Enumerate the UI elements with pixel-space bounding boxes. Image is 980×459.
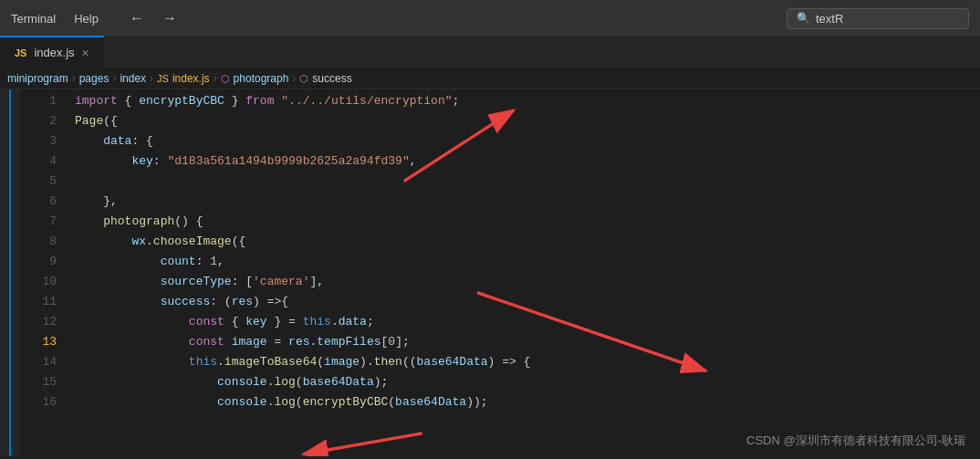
code-line-3: data: {: [66, 131, 980, 151]
tab-label: index.js: [34, 46, 74, 59]
js-icon: JS: [15, 47, 26, 58]
left-sidebar: [0, 89, 20, 456]
search-input[interactable]: [816, 12, 953, 26]
line-numbers: 1 2 3 4 5 6 7 8 9 10 11 12 13 14 15 16: [20, 89, 66, 456]
menu-bar: Terminal Help: [11, 12, 99, 26]
code-line-12: const { key } = this.data;: [66, 312, 980, 332]
ln-13: 13: [20, 332, 57, 352]
ln-1: 1: [20, 91, 57, 111]
ln-9: 9: [20, 252, 57, 272]
ln-3: 3: [20, 131, 57, 151]
ln-10: 10: [20, 272, 57, 292]
breadcrumb-pages[interactable]: pages: [79, 72, 109, 85]
code-line-6: },: [66, 192, 980, 212]
code-container: 1 2 3 4 5 6 7 8 9 10 11 12 13 14 15 16 i…: [20, 89, 980, 456]
forward-button[interactable]: →: [157, 8, 182, 28]
ln-2: 2: [20, 111, 57, 131]
code-line-15: console.log(base64Data);: [66, 372, 980, 392]
tab-close-button[interactable]: ×: [82, 46, 89, 60]
code-line-7: photograph() {: [66, 212, 980, 232]
activity-bar-indicator: [9, 89, 11, 456]
svg-line-5: [304, 433, 422, 454]
code-line-16: console.log(encryptByCBC(base64Data));: [66, 392, 980, 412]
ln-16: 16: [20, 392, 57, 412]
back-button[interactable]: ←: [124, 8, 150, 28]
search-icon: 🔍: [797, 12, 810, 26]
ln-12: 12: [20, 312, 57, 332]
breadcrumb-js-icon: JS: [157, 73, 169, 84]
code-content: import { encryptByCBC } from "../../util…: [66, 89, 980, 456]
code-line-13: ⚠ const image = res.tempFiles[0];: [66, 332, 980, 352]
code-line-5: [66, 172, 980, 192]
breadcrumb-photograph[interactable]: photograph: [234, 72, 289, 85]
code-line-8: wx.chooseImage({: [66, 232, 980, 252]
breadcrumb-index[interactable]: index: [120, 72, 146, 85]
tab-bar: JS index.js ×: [0, 37, 980, 68]
breadcrumb-indexjs[interactable]: index.js: [172, 72, 210, 85]
breadcrumb-miniprogram[interactable]: miniprogram: [7, 72, 68, 85]
ln-4: 4: [20, 151, 57, 172]
ln-11: 11: [20, 292, 57, 312]
ln-7: 7: [20, 212, 57, 232]
tab-index-js[interactable]: JS index.js ×: [0, 36, 104, 68]
code-line-11: success: (res) =>{: [66, 292, 980, 312]
ln-6: 6: [20, 192, 57, 212]
code-line-9: count: 1,: [66, 252, 980, 272]
code-line-2: Page({: [66, 111, 980, 131]
nav-buttons: ← →: [124, 8, 182, 28]
menu-help[interactable]: Help: [74, 12, 99, 26]
breadcrumb-success[interactable]: success: [312, 72, 351, 85]
code-line-1: import { encryptByCBC } from "../../util…: [66, 91, 980, 111]
ln-15: 15: [20, 372, 57, 392]
search-bar[interactable]: 🔍: [787, 8, 969, 29]
title-bar: Terminal Help ← → 🔍: [0, 0, 980, 37]
ln-14: 14: [20, 352, 57, 372]
breadcrumb-photograph-icon: ⬡: [221, 73, 230, 85]
breadcrumb-success-icon: ⬡: [299, 73, 308, 85]
watermark: CSDN @深圳市有德者科技有限公司-耿瑞: [746, 433, 965, 449]
editor: 1 2 3 4 5 6 7 8 9 10 11 12 13 14 15 16 i…: [0, 89, 980, 456]
code-line-4: key: "d183a561a1494b9999b2625a2a94fd39",: [66, 151, 980, 172]
code-line-10: sourceType: ['camera'],: [66, 272, 980, 292]
ln-8: 8: [20, 232, 57, 252]
ln-5: 5: [20, 172, 57, 192]
menu-terminal[interactable]: Terminal: [11, 12, 56, 26]
breadcrumb: miniprogram › pages › index › JS index.j…: [0, 68, 980, 89]
code-line-14: this.imageToBase64(image).then((base64Da…: [66, 352, 980, 372]
